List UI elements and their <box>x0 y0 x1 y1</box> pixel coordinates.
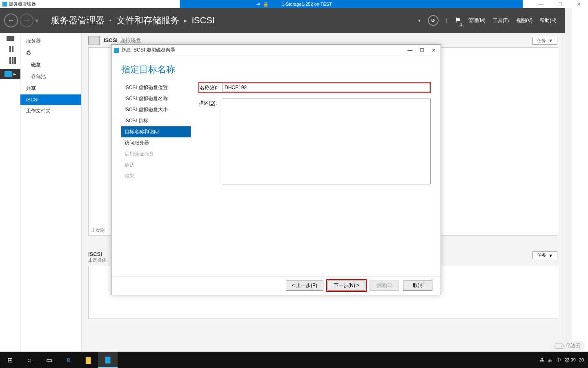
search-button[interactable]: ⌕ <box>20 352 39 368</box>
lock-icon[interactable]: 🔒 <box>263 2 269 7</box>
menu-manage[interactable]: 管理(M) <box>468 17 486 24</box>
sidebar-item-pools[interactable]: 存储池 <box>20 71 81 83</box>
sidebar-item-iscsi[interactable]: iSCSI <box>20 94 81 105</box>
name-field-label: 名称(A): <box>200 83 223 91</box>
tray-clock[interactable]: 22:09 <box>564 357 576 362</box>
wizard-icon <box>114 48 119 53</box>
breadcrumb-section[interactable]: 文件和存储服务 <box>116 14 179 27</box>
target-description-input[interactable] <box>222 99 431 184</box>
nav-back-button[interactable]: ← <box>4 13 18 27</box>
cancel-button[interactable]: 取消 <box>403 280 432 291</box>
cloud-icon <box>555 343 564 349</box>
breadcrumb: 服务器管理器 • 文件和存储服务 ▸ iSCSI <box>51 14 215 27</box>
rail-bar: ▸ <box>0 33 20 352</box>
wizard-step-access[interactable]: 访问服务器 <box>121 137 191 148</box>
taskbar-server-manager-icon[interactable]: ▇ <box>98 352 118 368</box>
breadcrumb-leaf[interactable]: iSCSI <box>192 15 215 26</box>
vm-title: 1-Storage1-252 on TEST <box>282 2 332 7</box>
host-close-button[interactable]: ✕ <box>569 0 588 8</box>
wizard-step-result: 结果 <box>121 171 191 182</box>
create-button: 创建(C) <box>370 280 399 291</box>
rail-dashboard-icon[interactable] <box>7 36 14 41</box>
refresh-button[interactable]: ⟳ <box>428 15 439 26</box>
host-maximize-button[interactable]: ☐ <box>550 0 569 8</box>
wizard-minimize-button[interactable]: — <box>408 47 412 53</box>
wizard-step-confirm: 确认 <box>121 159 191 171</box>
chevron-right-icon: ▸ <box>13 71 16 77</box>
panel-header-icon <box>88 36 100 45</box>
notifications-flag-icon[interactable]: ⚑1 <box>454 16 461 25</box>
next-button[interactable]: 下一步(N) > <box>327 280 365 291</box>
chevron-down-icon: ▼ <box>548 253 553 258</box>
sidebar-item-workfolders[interactable]: 工作文件夹 <box>20 105 81 117</box>
header-dropdown-icon[interactable]: ▾ <box>418 18 421 23</box>
sidebar-item-servers[interactable]: 服务器 <box>20 35 81 47</box>
rail-local-server-icon[interactable] <box>9 46 11 52</box>
wizard-title: 新建 iSCSI 虚拟磁盘向导 <box>121 47 176 54</box>
menu-tools[interactable]: 工具(T) <box>493 17 509 24</box>
nav-dropdown-icon[interactable]: ▾ <box>35 17 38 25</box>
target-name-input[interactable] <box>223 83 430 92</box>
wizard-step-target[interactable]: iSCSI 目标 <box>121 115 191 126</box>
breadcrumb-root[interactable]: 服务器管理器 <box>51 14 105 27</box>
server-manager-title: 服务器管理器 <box>9 1 36 7</box>
sidebar-item-shares[interactable]: 共享 <box>20 83 81 94</box>
pin-icon[interactable]: ⇥ <box>256 2 260 7</box>
watermark-text: 亿速云 <box>566 342 581 349</box>
menu-help[interactable]: 帮助(H) <box>540 17 557 24</box>
sidebar-item-volumes[interactable]: 卷 <box>20 47 81 59</box>
file-storage-icon <box>4 71 12 77</box>
sidebar: 服务器 卷 磁盘 存储池 共享 iSCSI 工作文件夹 <box>20 33 82 352</box>
wizard-step-target-name[interactable]: 目标名称和访问 <box>121 126 191 137</box>
tray-ime-indicator[interactable]: 中 <box>557 357 561 363</box>
last-refresh-label: 上次刷 <box>91 227 105 233</box>
server-manager-titlebar: 服务器管理器 <box>0 0 180 8</box>
wizard-steps: iSCSI 虚拟磁盘位置 iSCSI 虚拟磁盘名称 iSCSI 虚拟磁盘大小 i… <box>121 79 191 271</box>
taskbar: ⊞ ⌕ ▭ e ▇ ▇ 🖧 🔈 中 22:09 20 <box>0 352 588 368</box>
desc-field-label: 描述(D): <box>199 99 222 107</box>
wizard-maximize-button[interactable]: ☐ <box>420 47 424 53</box>
server-manager-icon <box>2 2 7 7</box>
tray-volume-icon[interactable]: 🔈 <box>548 357 553 363</box>
wizard-step-name[interactable]: iSCSI 虚拟磁盘名称 <box>121 93 191 104</box>
tray-date-suffix: 20 <box>579 357 584 362</box>
notification-count: 1 <box>459 22 463 27</box>
menu-view[interactable]: 视图(V) <box>516 17 532 24</box>
task-view-button[interactable]: ▭ <box>39 352 59 368</box>
tray-network-icon[interactable]: 🖧 <box>540 357 544 362</box>
wizard-heading: 指定目标名称 <box>111 56 441 79</box>
sidebar-item-disks[interactable]: 磁盘 <box>20 59 81 71</box>
host-minimize-button[interactable]: — <box>532 0 550 8</box>
server-manager-header: ← → ▾ 服务器管理器 • 文件和存储服务 ▸ iSCSI ▾ ⟳ | ⚑1 … <box>0 8 565 33</box>
wizard-close-button[interactable]: ✕ <box>432 47 436 53</box>
taskbar-explorer-icon[interactable]: ▇ <box>78 352 98 368</box>
wizard-footer: < 上一步(P) 下一步(N) > 创建(C) 取消 <box>111 276 441 295</box>
rail-file-storage-selected[interactable]: ▸ <box>0 69 20 79</box>
wizard-step-size[interactable]: iSCSI 虚拟磁盘大小 <box>121 104 191 115</box>
taskbar-ie-icon[interactable]: e <box>59 352 78 368</box>
host-window-controls: — ☐ ✕ <box>523 0 588 8</box>
window-scrollbar[interactable] <box>565 8 572 352</box>
panel-title: iSCSI虚拟磁盘 <box>104 37 141 44</box>
tasks-dropdown-2[interactable]: 任务▼ <box>532 251 557 259</box>
rail-all-servers-icon[interactable] <box>9 57 11 64</box>
previous-button[interactable]: < 上一步(P) <box>286 280 323 291</box>
tasks-dropdown[interactable]: 任务▼ <box>532 37 557 45</box>
new-iscsi-vdisk-wizard: 新建 iSCSI 虚拟磁盘向导 — ☐ ✕ 指定目标名称 iSCSI 虚拟磁盘位… <box>111 44 441 295</box>
chevron-down-icon: ▼ <box>548 38 553 43</box>
wizard-form: 名称(A): 描述(D): <box>191 79 431 271</box>
wizard-titlebar[interactable]: 新建 iSCSI 虚拟磁盘向导 — ☐ ✕ <box>111 45 441 56</box>
start-button[interactable]: ⊞ <box>0 352 20 368</box>
wizard-step-auth: 启用验证服务 <box>121 148 191 159</box>
wizard-step-location[interactable]: iSCSI 虚拟磁盘位置 <box>121 82 191 93</box>
chevron-right-icon: • <box>109 17 111 24</box>
chevron-right-icon: ▸ <box>184 17 187 24</box>
watermark: 亿速云 <box>550 341 585 351</box>
nav-forward-button[interactable]: → <box>20 13 33 27</box>
